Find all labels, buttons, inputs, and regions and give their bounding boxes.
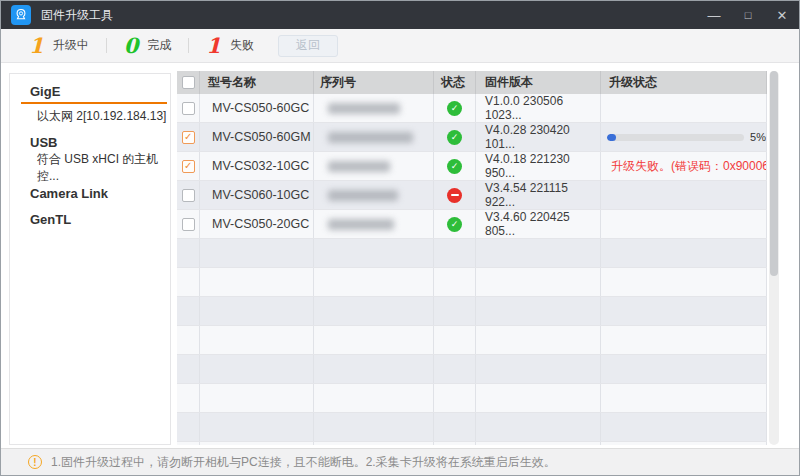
- model-cell-text: [200, 297, 314, 325]
- firmware-cell-text: [476, 384, 601, 412]
- app-window: 固件升级工具 — □ ✕ 1 升级中 0 完成 1 失败 返回 GigE 以太网…: [0, 0, 800, 476]
- model-cell-text: [200, 239, 314, 267]
- stat-upgrading-label: 升级中: [53, 37, 89, 54]
- sidebar-item-cameralink[interactable]: Camera Link: [10, 180, 170, 206]
- model-cell-text: MV-CS050-60GM: [200, 123, 314, 151]
- table-row[interactable]: MV-CS060-10GC V3.4.54 221115 922...: [177, 181, 767, 210]
- row-checkbox-cell: [177, 297, 200, 325]
- table-row[interactable]: MV-CS050-60GM V4.0.28 230420 101... 5%: [177, 123, 767, 152]
- empty-table-row[interactable]: [177, 384, 767, 413]
- serial-cell: [314, 268, 434, 296]
- serial-cell: [314, 297, 434, 325]
- firmware-cell-text: V4.0.18 221230 950...: [476, 152, 601, 180]
- close-button[interactable]: ✕: [765, 1, 799, 29]
- header-model: 型号名称: [200, 71, 314, 94]
- empty-table-row[interactable]: [177, 326, 767, 355]
- serial-cell: [314, 355, 434, 383]
- upgrade-cell: [601, 210, 767, 238]
- header-upgrade: 升级状态: [601, 71, 767, 94]
- row-checkbox[interactable]: [182, 218, 195, 231]
- status-icon: [447, 130, 462, 145]
- upgrade-cell: [601, 239, 767, 267]
- minimize-button[interactable]: —: [697, 1, 731, 29]
- row-checkbox-cell: [177, 355, 200, 383]
- empty-table-row[interactable]: [177, 413, 767, 442]
- stat-upgrading: 1 升级中: [29, 35, 89, 56]
- sidebar-item-ethernet[interactable]: 以太网 2[10.192.184.13]: [10, 104, 170, 129]
- status-icon: [447, 217, 462, 232]
- progress-fill: [607, 134, 616, 141]
- divider: [188, 38, 189, 53]
- warning-icon: !: [28, 455, 42, 469]
- row-checkbox-cell: [177, 413, 200, 441]
- empty-table-row[interactable]: [177, 239, 767, 268]
- header-serial: 序列号: [314, 71, 434, 94]
- progress-bar: [607, 134, 744, 141]
- serial-blur: [328, 103, 400, 114]
- row-checkbox[interactable]: [182, 189, 195, 202]
- row-checkbox[interactable]: [182, 102, 195, 115]
- empty-table-row[interactable]: [177, 442, 767, 445]
- empty-table-row[interactable]: [177, 355, 767, 384]
- status-cell: [434, 413, 476, 441]
- table-scrollbar-thumb[interactable]: [770, 71, 778, 276]
- status-icon: [447, 188, 462, 203]
- model-cell-text: MV-CS060-10GC: [200, 181, 314, 209]
- upgrade-cell: [601, 326, 767, 354]
- row-checkbox-cell: [177, 239, 200, 267]
- row-checkbox-cell: [177, 442, 200, 445]
- upgrade-cell: 5%: [601, 123, 767, 151]
- row-checkbox-cell: [177, 152, 200, 180]
- status-cell: [434, 210, 476, 238]
- app-icon: [11, 5, 31, 25]
- row-checkbox[interactable]: [182, 131, 195, 144]
- row-checkbox[interactable]: [182, 160, 195, 173]
- footer-notice-bar: ! 1.固件升级过程中，请勿断开相机与PC连接，且不能断电。2.采集卡升级将在系…: [1, 448, 799, 475]
- firmware-cell-text: V3.4.54 221115 922...: [476, 181, 601, 209]
- select-all-checkbox[interactable]: [182, 76, 195, 89]
- upgrade-cell: [601, 94, 767, 122]
- model-cell-text: [200, 355, 314, 383]
- status-cell: [434, 181, 476, 209]
- back-button[interactable]: 返回: [278, 35, 338, 57]
- serial-cell: [314, 384, 434, 412]
- footer-notice-text: 1.固件升级过程中，请勿断开相机与PC连接，且不能断电。2.采集卡升级将在系统重…: [51, 454, 556, 471]
- firmware-cell-text: [476, 268, 601, 296]
- table-row[interactable]: MV-CS050-20GC V3.4.60 220425 805...: [177, 210, 767, 239]
- model-cell-text: MV-CS032-10GC: [200, 152, 314, 180]
- empty-table-row[interactable]: [177, 268, 767, 297]
- table-scrollbar-track[interactable]: [769, 71, 779, 445]
- status-cell: [434, 355, 476, 383]
- camera-icon: [13, 7, 29, 23]
- stat-completed-label: 完成: [147, 37, 171, 54]
- table-row[interactable]: MV-CS032-10GC V4.0.18 221230 950... 升级失败…: [177, 152, 767, 181]
- status-icon: [447, 101, 462, 116]
- upgrade-cell: 升级失败。(错误码：0x90006...: [601, 152, 767, 180]
- serial-blur: [328, 161, 390, 172]
- firmware-cell-text: [476, 413, 601, 441]
- empty-table-row[interactable]: [177, 297, 767, 326]
- sidebar-item-gige[interactable]: GigE: [10, 78, 170, 104]
- serial-blur: [328, 132, 413, 143]
- stat-failed: 1 失败: [206, 35, 254, 56]
- sidebar-item-usb-host[interactable]: 符合 USB xHCI 的主机控...: [10, 155, 170, 180]
- row-checkbox-cell: [177, 94, 200, 122]
- stat-upgrading-value: 1: [29, 35, 44, 56]
- header-status: 状态: [434, 71, 476, 94]
- sidebar-item-gentl[interactable]: GenTL: [10, 206, 170, 232]
- status-cell: [434, 94, 476, 122]
- upgrade-cell: [601, 297, 767, 325]
- maximize-button[interactable]: □: [731, 1, 765, 29]
- serial-cell: [314, 413, 434, 441]
- model-cell-text: [200, 442, 314, 445]
- serial-cell: [314, 210, 434, 238]
- window-title: 固件升级工具: [41, 7, 113, 24]
- header-checkbox-cell: [177, 71, 200, 94]
- firmware-cell-text: V3.4.60 220425 805...: [476, 210, 601, 238]
- serial-blur: [328, 190, 398, 201]
- upgrade-cell: [601, 413, 767, 441]
- firmware-cell-text: [476, 239, 601, 267]
- serial-cell: [314, 181, 434, 209]
- table-header-row: 型号名称 序列号 状态 固件版本 升级状态: [177, 71, 767, 94]
- table-row[interactable]: MV-CS050-60GC V1.0.0 230506 1023...: [177, 94, 767, 123]
